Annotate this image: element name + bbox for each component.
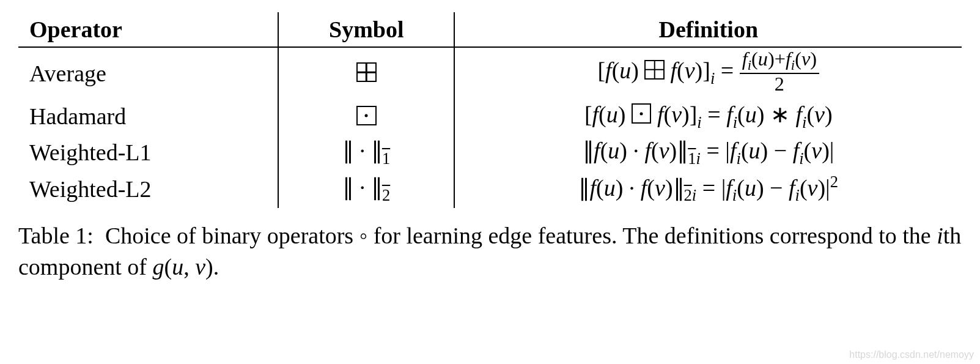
header-operator: Operator [18, 12, 278, 47]
cell-definition: [f(u) f(v)]i = fi(u) ∗ fi(v) [454, 98, 962, 135]
cell-operator: Hadamard [18, 98, 278, 135]
table-row: Weighted-L2 ∥ · ∥2 ∥f(u) · f(v)∥2i = |fi… [18, 170, 962, 207]
table-row: Hadamard [f(u) f(v)]i = fi(u) ∗ fi(v) [18, 98, 962, 135]
table-caption: Table 1: Choice of binary operators ◦ fo… [18, 220, 962, 283]
cell-operator: Weighted-L1 [18, 135, 278, 171]
operators-table: Operator Symbol Definition Average [f(u)… [18, 12, 962, 208]
cell-symbol: ∥ · ∥2 [278, 170, 454, 207]
header-definition: Definition [454, 12, 962, 47]
table-row: Average [f(u) f(v)]i = fi(u)+fi(v)2 [18, 47, 962, 98]
cell-definition: ∥f(u) · f(v)∥1i = |fi(u) − fi(v)| [454, 135, 962, 171]
header-symbol: Symbol [278, 12, 454, 47]
cell-operator: Average [18, 47, 278, 98]
table-row: Weighted-L1 ∥ · ∥1 ∥f(u) · f(v)∥1i = |fi… [18, 135, 962, 171]
cell-definition: ∥f(u) · f(v)∥2i = |fi(u) − fi(v)|2 [454, 170, 962, 207]
cell-symbol [278, 98, 454, 135]
cell-symbol: ∥ · ∥1 [278, 135, 454, 171]
cell-symbol [278, 47, 454, 98]
cell-operator: Weighted-L2 [18, 170, 278, 207]
cell-definition: [f(u) f(v)]i = fi(u)+fi(v)2 [454, 47, 962, 98]
